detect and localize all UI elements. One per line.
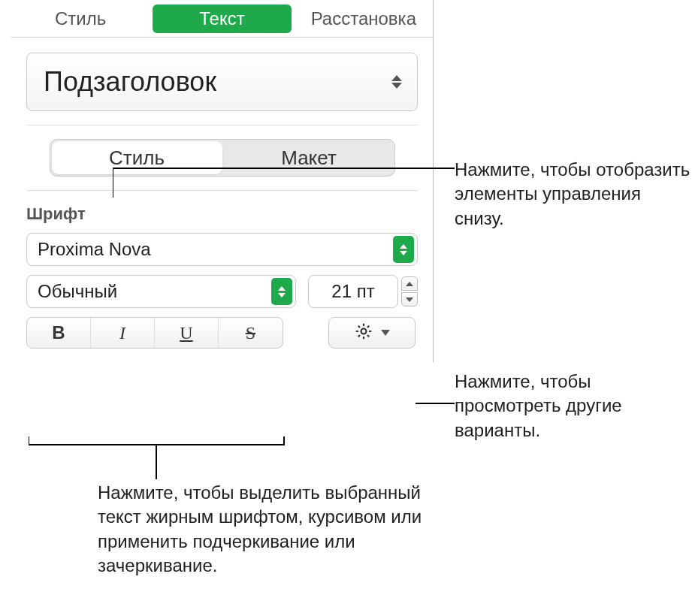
chevron-down-icon (381, 330, 390, 336)
gear-icon (354, 322, 373, 344)
inspector-panel: Стиль Текст Расстановка Подзаголовок Сти… (11, 0, 434, 362)
font-size-field[interactable]: 21 пт (308, 275, 398, 308)
callout-show-controls: Нажмите, чтобы отобразить элементы управ… (455, 158, 692, 231)
text-format-group: B I U S (26, 317, 283, 349)
paragraph-style-dropdown[interactable]: Подзаголовок (26, 53, 418, 111)
select-indicator-icon (393, 236, 414, 263)
chevron-updown-icon (391, 75, 402, 89)
divider (26, 190, 418, 191)
tab-text[interactable]: Текст (153, 5, 291, 33)
select-indicator-icon (271, 278, 292, 305)
underline-button[interactable]: U (155, 318, 219, 348)
tab-arrangement[interactable]: Расстановка (295, 0, 433, 37)
tab-style[interactable]: Стиль (11, 0, 150, 37)
top-tabs: Стиль Текст Расстановка (11, 0, 433, 38)
font-section-label: Шрифт (26, 204, 418, 224)
advanced-options-button[interactable] (328, 317, 416, 349)
stepper-down[interactable] (401, 292, 418, 306)
bold-button[interactable]: B (27, 318, 91, 348)
divider (26, 125, 418, 125)
font-family-value: Proxima Nova (38, 239, 151, 260)
strikethrough-button[interactable]: S (219, 318, 283, 348)
callout-more-options: Нажмите, чтобы просмотреть другие вариан… (455, 370, 665, 442)
svg-point-0 (361, 329, 367, 334)
seg-style[interactable]: Стиль (52, 141, 222, 174)
italic-button[interactable]: I (91, 318, 155, 348)
callout-text-format: Нажмите, чтобы выделить выбранный текст … (98, 481, 428, 578)
font-size-value: 21 пт (331, 281, 374, 302)
seg-layout[interactable]: Макет (224, 140, 394, 176)
stepper-up[interactable] (401, 276, 418, 291)
paragraph-style-label: Подзаголовок (44, 66, 216, 98)
segmented-control: Стиль Макет (50, 139, 395, 177)
font-size-stepper (401, 276, 418, 306)
font-weight-select[interactable]: Обычный (26, 275, 296, 308)
font-family-select[interactable]: Proxima Nova (26, 233, 418, 266)
font-weight-value: Обычный (38, 281, 117, 302)
